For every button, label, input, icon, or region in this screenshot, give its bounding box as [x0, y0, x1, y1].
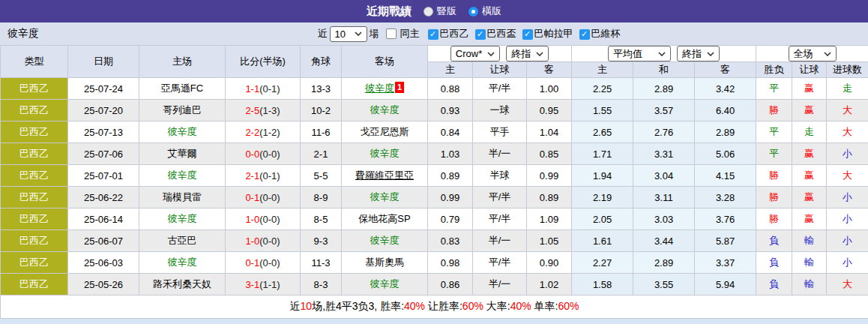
match-count-select[interactable]: 10 — [330, 26, 367, 42]
crow-away-odds: 0.99 — [527, 165, 572, 187]
avg-away-odds: 5.94 — [695, 274, 756, 296]
avg-home-odds: 2.27 — [572, 252, 633, 274]
summary-segment: 60% — [462, 300, 483, 312]
avg-home-odds: 1.94 — [572, 165, 633, 187]
corner-cell: 5-5 — [301, 165, 342, 187]
result-goals: 大 — [827, 122, 868, 143]
result-handicap: 赢 — [792, 208, 827, 230]
score-cell: 0-0(0-0) — [226, 143, 301, 165]
crow-handicap: 半/一 — [473, 230, 527, 252]
result-handicap: 輸 — [792, 230, 827, 252]
avg-away-odds: 3.76 — [695, 208, 756, 230]
chevron-down-icon — [536, 52, 543, 56]
crow-home-odds: 0.79 — [428, 208, 473, 230]
corner-cell: 2-1 — [301, 143, 342, 165]
near-label: 近 — [318, 27, 328, 40]
odds-stage-select[interactable]: 終指 — [506, 46, 549, 62]
radio-icon[interactable] — [424, 7, 433, 16]
corner-cell: 11-6 — [301, 122, 342, 143]
games-label: 場 — [370, 27, 379, 40]
away-team-cell: 彼辛度 — [342, 143, 428, 165]
avg-home-odds: 2.05 — [572, 208, 633, 230]
result-winloss: 平 — [756, 122, 792, 143]
score-cell: 2-2(1-2) — [226, 122, 301, 143]
same-home-checkbox[interactable] — [386, 28, 397, 39]
avg-home-odds: 1.61 — [572, 230, 633, 252]
avg-home-odds: 2.25 — [572, 78, 633, 100]
radio-horizontal-label: 橫版 — [482, 4, 501, 18]
date-cell: 25-07-13 — [68, 122, 139, 143]
score-cell: 1-1(0-1) — [226, 78, 301, 100]
results-table: 类型 日期 主场 比分(半场) 角球 客场 Crow* 終指 — [0, 45, 868, 319]
radio-checked-icon[interactable] — [468, 7, 478, 16]
summary-line: 近10场,胜4平3负3, 胜率:40% 让胜率:60% 大率:40% 单率:60… — [1, 296, 868, 319]
table-row: 巴西乙 25-06-07 古亞巴 1-0(0-0) 9-3 彼辛度 0.83 半… — [1, 230, 868, 252]
table-row: 巴西乙 25-06-03 彼辛度 0-1(0-0) 11-3 基斯奧馬 0.98… — [1, 252, 868, 274]
crow-away-odds: 0.85 — [527, 143, 572, 165]
away-team-cell: 彼辛度 — [342, 274, 428, 296]
league-cell: 巴西乙 — [1, 230, 68, 252]
header-corner: 角球 — [301, 46, 342, 78]
avg-draw-odds: 2.89 — [633, 252, 695, 274]
date-cell: 25-07-24 — [68, 78, 139, 100]
home-team-cell: 彼辛度 — [139, 165, 226, 187]
league-checkbox-label: 巴帕拉甲 — [534, 28, 573, 39]
average-select[interactable]: 平均值 — [608, 46, 671, 62]
bookmaker-select[interactable]: Crow* — [450, 46, 500, 62]
summary-segment: 60% — [558, 300, 579, 312]
average-stage-select[interactable]: 終指 — [677, 46, 720, 62]
league-checkbox[interactable]: ✓ — [428, 29, 438, 40]
league-checkbox[interactable]: ✓ — [475, 29, 486, 40]
subheader-avg-draw: 和 — [633, 62, 695, 78]
fulltime-select[interactable]: 全场 — [789, 46, 837, 62]
away-team-cell: 基斯奧馬 — [342, 252, 428, 274]
crow-home-odds: 0.84 — [428, 122, 473, 143]
home-team-cell: 古亞巴 — [139, 230, 226, 252]
result-goals: 大 — [827, 100, 868, 122]
league-checkbox-label: 巴維杯 — [591, 28, 621, 39]
summary-segment: 让胜率: — [425, 300, 462, 312]
result-handicap: 赢 — [792, 78, 827, 100]
league-checkbox[interactable]: ✓ — [579, 29, 590, 40]
summary-segment: 40% — [510, 300, 531, 312]
radio-vertical-layout[interactable]: 豎版 — [424, 4, 456, 18]
away-team-cell: 彼辛度 — [342, 100, 428, 122]
results-body: 巴西乙 25-07-24 亞馬遜FC 1-1(0-1) 13-3 彼辛度1 0.… — [1, 78, 868, 296]
crow-handicap: 一球 — [473, 100, 527, 122]
table-row: 巴西乙 25-07-24 亞馬遜FC 1-1(0-1) 13-3 彼辛度1 0.… — [1, 78, 868, 100]
away-team-cell: 彼辛度 — [342, 230, 428, 252]
avg-draw-odds: 3.04 — [633, 165, 695, 187]
league-cell: 巴西乙 — [1, 143, 68, 165]
radio-horizontal-layout[interactable]: 橫版 — [468, 4, 501, 18]
summary-segment: 单率: — [531, 300, 558, 312]
header-score: 比分(半场) — [226, 46, 301, 78]
same-home-label: 同主 — [400, 27, 420, 40]
crow-away-odds: 0.90 — [527, 252, 572, 274]
avg-away-odds: 5.87 — [695, 230, 756, 252]
avg-draw-odds: 3.57 — [633, 100, 695, 122]
avg-draw-odds: 3.31 — [633, 143, 695, 165]
league-checkbox[interactable]: ✓ — [522, 29, 533, 40]
result-handicap: 輸 — [792, 274, 827, 296]
crow-home-odds: 0.86 — [428, 274, 473, 296]
date-cell: 25-07-20 — [68, 100, 139, 122]
chevron-down-icon — [487, 52, 495, 56]
subheader-avg-away: 客 — [695, 62, 756, 78]
avg-draw-odds: 2.89 — [633, 78, 695, 100]
avg-home-odds: 1.58 — [572, 274, 633, 296]
home-team-cell: 艾華爾 — [139, 143, 226, 165]
score-cell: 2-5(1-3) — [226, 100, 301, 122]
score-cell: 1-0(0-0) — [226, 230, 301, 252]
crow-handicap: 半/一 — [473, 274, 527, 296]
home-team-cell: 彼辛度 — [139, 252, 226, 274]
league-checkbox-label: 巴西盃 — [487, 28, 516, 39]
date-cell: 25-06-07 — [68, 230, 139, 252]
crow-away-odds: 1.04 — [527, 122, 572, 143]
filterbar: 彼辛度 近 10 場 同主 ✓巴西乙✓巴西盃✓巴帕拉甲✓巴維杯 — [0, 22, 868, 45]
subheader-goals-result: 进球数 — [827, 62, 868, 78]
summary-segment: 10 — [301, 300, 313, 312]
avg-away-odds: 3.28 — [695, 187, 756, 208]
score-cell: 3-1(1-1) — [226, 274, 301, 296]
avg-away-odds: 4.15 — [695, 165, 756, 187]
home-team-cell: 瑞模貝雷 — [139, 187, 226, 208]
